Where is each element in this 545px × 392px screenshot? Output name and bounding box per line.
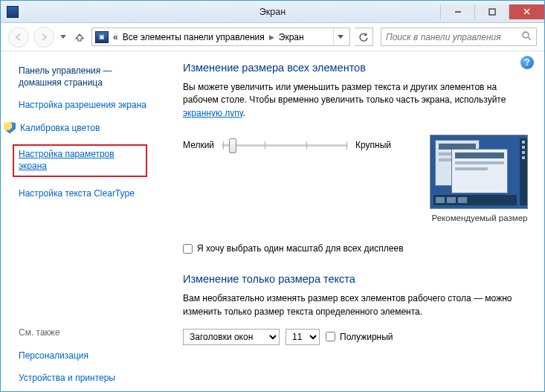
section-description: Вы можете увеличить или уменьшить размер…	[183, 81, 517, 120]
checkbox-label: Я хочу выбрать один масштаб для всех дис…	[197, 243, 404, 254]
help-icon[interactable]: ?	[520, 56, 534, 69]
window-titlebar: Экран	[1, 1, 544, 23]
slider-thumb[interactable]	[229, 138, 236, 153]
navigation-bar: ▣ « Все элементы панели управления ▶ Экр…	[1, 23, 544, 51]
forward-button[interactable]	[33, 27, 54, 48]
chevron-right-icon: ▶	[269, 33, 274, 41]
size-control-row: Мелкий Крупный Рекоменду	[183, 135, 529, 222]
see-also-header: См. также	[19, 327, 150, 338]
app-icon	[7, 6, 19, 18]
content-area: Панель управления — домашняя страница На…	[1, 51, 544, 391]
magnifier-link[interactable]: экранную лупу	[183, 108, 243, 118]
section-heading-resize: Изменение размера всех элементов	[183, 62, 529, 74]
window-buttons	[440, 4, 544, 19]
back-button[interactable]	[8, 27, 29, 48]
see-also-personalization[interactable]: Персонализация	[19, 350, 150, 362]
search-input[interactable]	[386, 32, 522, 42]
sidebar-item-label[interactable]: Калибровка цветов	[20, 122, 100, 134]
address-dropdown[interactable]	[333, 28, 346, 45]
font-size-select[interactable]: 11	[286, 329, 320, 345]
address-bar[interactable]: ▣ « Все элементы панели управления ▶ Экр…	[91, 28, 350, 46]
bold-label: Полужирный	[340, 332, 393, 342]
main-panel: ? Изменение размера всех элементов Вы мо…	[161, 51, 544, 391]
slider-label-max: Крупный	[355, 140, 391, 150]
sidebar-item-calibration[interactable]: Калибровка цветов	[19, 122, 150, 134]
bold-checkbox[interactable]	[326, 332, 335, 341]
close-button[interactable]	[509, 4, 544, 19]
slider-label-min: Мелкий	[183, 140, 214, 150]
sidebar-item-display-settings-highlight: Настройка параметров экрана	[13, 144, 147, 177]
see-also-devices-printers[interactable]: Устройства и принтеры	[19, 372, 150, 384]
breadcrumb-item[interactable]: Все элементы панели управления	[123, 32, 265, 42]
search-icon	[522, 31, 532, 43]
element-select[interactable]: Заголовки окон	[183, 329, 280, 345]
control-panel-icon: ▣	[95, 31, 109, 43]
preview-image	[430, 135, 528, 209]
sidebar: Панель управления — домашняя страница На…	[1, 51, 161, 391]
text-size-controls: Заголовки окон 11 Полужирный	[183, 329, 529, 345]
minimize-button[interactable]	[440, 4, 474, 19]
size-slider[interactable]	[222, 136, 348, 154]
maximize-button[interactable]	[474, 4, 509, 19]
svg-line-5	[528, 37, 531, 40]
bold-checkbox-row[interactable]: Полужирный	[326, 332, 393, 342]
sidebar-item-display-settings[interactable]: Настройка параметров экрана	[19, 148, 141, 172]
sidebar-item-resolution[interactable]: Настройка разрешения экрана	[19, 99, 150, 111]
up-button[interactable]	[72, 30, 87, 45]
desc-text: Вы можете увеличить или уменьшить размер…	[183, 82, 506, 105]
refresh-button[interactable]	[355, 28, 373, 46]
size-preview: Рекомендуемый размер	[430, 135, 529, 222]
size-slider-block: Мелкий Крупный	[183, 135, 391, 154]
desc-text-end: .	[243, 108, 245, 118]
section-heading-textsize: Изменение только размера текста	[183, 273, 529, 285]
see-also-section: См. также	[19, 327, 150, 339]
sidebar-item-cleartype[interactable]: Настройка текста ClearType	[19, 187, 150, 199]
preview-caption: Рекомендуемый размер	[430, 213, 529, 222]
breadcrumb-sep: «	[113, 32, 118, 42]
sidebar-home-link[interactable]: Панель управления — домашняя страница	[19, 65, 150, 89]
single-scale-checkbox-row[interactable]: Я хочу выбрать один масштаб для всех дис…	[183, 243, 529, 254]
search-box[interactable]	[381, 28, 537, 46]
breadcrumb-item[interactable]: Экран	[279, 32, 304, 42]
svg-rect-1	[489, 9, 495, 15]
svg-point-4	[523, 32, 529, 38]
section-description-2: Вам необязательно изменять размер всех э…	[183, 292, 517, 318]
history-dropdown[interactable]	[59, 27, 68, 48]
single-scale-checkbox[interactable]	[183, 244, 193, 254]
shield-icon	[4, 122, 16, 134]
